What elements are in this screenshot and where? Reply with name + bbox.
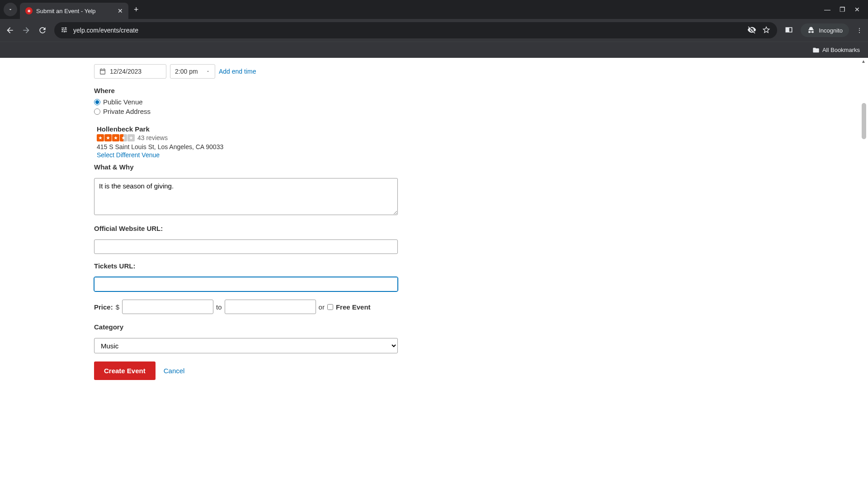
price-from-input[interactable] <box>122 300 213 314</box>
star-icon <box>97 134 104 141</box>
public-venue-radio[interactable] <box>94 99 100 105</box>
incognito-badge[interactable]: Incognito <box>801 23 849 37</box>
price-to-input[interactable] <box>225 300 316 314</box>
back-button[interactable] <box>5 26 14 35</box>
forward-button[interactable] <box>22 26 31 35</box>
star-half-icon <box>120 134 127 141</box>
price-currency: $ <box>116 303 119 311</box>
scrollbar-thumb[interactable] <box>862 103 866 139</box>
public-venue-radio-row[interactable]: Public Venue <box>94 98 492 106</box>
tab-search-dropdown[interactable] <box>4 3 17 16</box>
star-icon <box>112 134 119 141</box>
free-event-checkbox[interactable] <box>327 304 333 310</box>
private-address-radio[interactable] <box>94 108 100 115</box>
close-window-button[interactable]: ✕ <box>854 6 860 13</box>
maximize-button[interactable]: ❐ <box>840 6 845 13</box>
official-url-title: Official Website URL: <box>94 225 492 232</box>
reload-button[interactable] <box>38 26 47 35</box>
browser-toolbar: yelp.com/events/create Incognito ⋮ <box>0 19 868 42</box>
free-event-label: Free Event <box>336 303 371 311</box>
category-title: Category <box>94 323 492 331</box>
new-tab-button[interactable]: + <box>134 5 139 14</box>
side-panel-icon[interactable] <box>784 25 793 36</box>
all-bookmarks-button[interactable]: All Bookmarks <box>812 47 860 54</box>
menu-icon[interactable]: ⋮ <box>856 27 863 34</box>
price-or-label: or <box>319 303 325 311</box>
time-value: 2:00 pm <box>175 68 198 75</box>
minimize-button[interactable]: — <box>824 6 830 13</box>
create-event-button[interactable]: Create Event <box>94 361 156 380</box>
bookmark-star-icon[interactable] <box>762 25 771 36</box>
url-text: yelp.com/events/create <box>73 27 742 34</box>
chevron-down-icon <box>206 69 210 74</box>
time-select[interactable]: 2:00 pm <box>170 64 215 79</box>
what-why-title: What & Why <box>94 163 492 171</box>
cancel-link[interactable]: Cancel <box>164 367 185 375</box>
private-address-radio-row[interactable]: Private Address <box>94 108 492 115</box>
select-different-venue-link[interactable]: Select Different Venue <box>97 151 160 159</box>
scrollbar-arrow-up-icon[interactable]: ▲ <box>861 59 866 64</box>
public-venue-label: Public Venue <box>103 98 143 106</box>
review-count: 43 reviews <box>137 134 168 141</box>
site-settings-icon[interactable] <box>61 26 68 35</box>
price-to-label: to <box>216 303 222 311</box>
where-title: Where <box>94 87 492 94</box>
close-tab-icon[interactable]: ✕ <box>118 7 123 14</box>
star-icon <box>104 134 112 141</box>
yelp-favicon-icon: ✶ <box>25 7 33 14</box>
incognito-label: Incognito <box>819 27 843 34</box>
calendar-icon <box>99 68 106 75</box>
star-empty-icon <box>127 134 135 141</box>
vertical-scrollbar[interactable]: ▲ <box>861 58 867 389</box>
add-end-time-link[interactable]: Add end time <box>219 68 256 75</box>
date-value: 12/24/2023 <box>110 68 142 75</box>
address-bar[interactable]: yelp.com/events/create <box>54 22 777 38</box>
what-why-textarea[interactable]: It is the season of giving. <box>94 178 398 215</box>
official-url-input[interactable] <box>94 239 398 254</box>
tab-title: Submit an Event - Yelp <box>36 8 114 14</box>
venue-name: Hollenbeck Park <box>97 125 492 133</box>
tickets-url-input[interactable] <box>94 277 398 291</box>
tab-bar: ✶ Submit an Event - Yelp ✕ + — ❐ ✕ <box>0 0 868 19</box>
bookmark-bar: All Bookmarks <box>0 42 868 58</box>
star-rating <box>97 134 135 141</box>
price-label: Price: <box>94 303 113 311</box>
private-address-label: Private Address <box>103 108 151 115</box>
browser-tab[interactable]: ✶ Submit an Event - Yelp ✕ <box>20 3 128 19</box>
category-select[interactable]: Music <box>94 338 398 353</box>
visibility-off-icon[interactable] <box>747 25 756 36</box>
date-field[interactable]: 12/24/2023 <box>94 64 166 79</box>
venue-address: 415 S Saint Louis St, Los Angeles, CA 90… <box>97 143 492 150</box>
tickets-url-title: Tickets URL: <box>94 262 492 270</box>
